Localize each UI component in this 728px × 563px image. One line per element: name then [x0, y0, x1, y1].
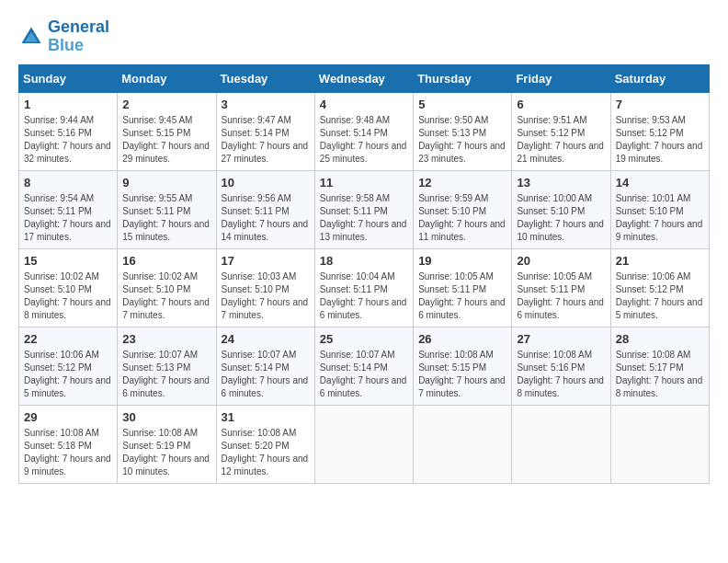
day-info: Sunrise: 10:08 AMSunset: 5:15 PMDaylight… — [418, 350, 506, 398]
day-info: Sunrise: 9:44 AMSunset: 5:16 PMDaylight:… — [24, 115, 111, 164]
calendar-cell: 13 Sunrise: 10:00 AMSunset: 5:10 PMDayli… — [512, 170, 610, 248]
calendar-cell — [512, 405, 610, 483]
logo: General Blue — [18, 18, 109, 55]
weekday-header-thursday: Thursday — [414, 64, 512, 92]
day-info: Sunrise: 10:02 AMSunset: 5:10 PMDaylight… — [24, 271, 111, 320]
weekday-header-saturday: Saturday — [610, 64, 709, 92]
calendar-cell: 11 Sunrise: 9:58 AMSunset: 5:11 PMDaylig… — [314, 170, 413, 248]
calendar-cell: 20 Sunrise: 10:05 AMSunset: 5:11 PMDayli… — [512, 248, 610, 327]
calendar-cell: 28 Sunrise: 10:08 AMSunset: 5:17 PMDayli… — [610, 327, 709, 405]
day-number: 4 — [320, 98, 408, 111]
calendar-cell: 30 Sunrise: 10:08 AMSunset: 5:19 PMDayli… — [118, 405, 216, 483]
day-number: 13 — [517, 176, 605, 190]
calendar-cell: 8 Sunrise: 9:54 AMSunset: 5:11 PMDayligh… — [19, 170, 118, 248]
day-number: 19 — [418, 254, 506, 268]
day-number: 25 — [320, 332, 408, 346]
day-info: Sunrise: 10:06 AMSunset: 5:12 PMDaylight… — [24, 350, 111, 398]
calendar-cell: 31 Sunrise: 10:08 AMSunset: 5:20 PMDayli… — [216, 405, 314, 483]
calendar-cell: 12 Sunrise: 9:59 AMSunset: 5:10 PMDaylig… — [414, 170, 512, 248]
calendar-table: SundayMondayTuesdayWednesdayThursdayFrid… — [18, 64, 710, 484]
day-info: Sunrise: 10:07 AMSunset: 5:13 PMDaylight… — [122, 350, 210, 398]
day-number: 9 — [122, 176, 210, 190]
day-number: 18 — [320, 254, 408, 268]
calendar-cell: 23 Sunrise: 10:07 AMSunset: 5:13 PMDayli… — [118, 327, 216, 405]
day-number: 2 — [122, 98, 210, 111]
day-info: Sunrise: 10:08 AMSunset: 5:20 PMDaylight… — [222, 428, 309, 477]
calendar-cell: 14 Sunrise: 10:01 AMSunset: 5:10 PMDayli… — [610, 170, 709, 248]
day-number: 12 — [418, 176, 506, 190]
calendar-cell — [414, 405, 512, 483]
day-number: 3 — [222, 98, 310, 111]
day-number: 21 — [616, 254, 704, 268]
day-number: 17 — [222, 254, 310, 268]
calendar-cell: 21 Sunrise: 10:06 AMSunset: 5:12 PMDayli… — [610, 248, 709, 327]
calendar-cell: 29 Sunrise: 10:08 AMSunset: 5:18 PMDayli… — [19, 405, 118, 483]
calendar-week-row: 8 Sunrise: 9:54 AMSunset: 5:11 PMDayligh… — [19, 170, 710, 248]
day-info: Sunrise: 10:02 AMSunset: 5:10 PMDaylight… — [122, 271, 210, 320]
day-number: 20 — [517, 254, 605, 268]
calendar-cell: 18 Sunrise: 10:04 AMSunset: 5:11 PMDayli… — [314, 248, 413, 327]
day-info: Sunrise: 10:04 AMSunset: 5:11 PMDaylight… — [320, 271, 407, 320]
day-info: Sunrise: 9:45 AMSunset: 5:15 PMDaylight:… — [122, 115, 210, 164]
day-info: Sunrise: 10:01 AMSunset: 5:10 PMDaylight… — [616, 193, 703, 242]
calendar-cell: 1 Sunrise: 9:44 AMSunset: 5:16 PMDayligh… — [19, 92, 118, 170]
calendar-cell: 10 Sunrise: 9:56 AMSunset: 5:11 PMDaylig… — [216, 170, 314, 248]
day-info: Sunrise: 9:51 AMSunset: 5:12 PMDaylight:… — [517, 115, 604, 164]
day-info: Sunrise: 10:05 AMSunset: 5:11 PMDaylight… — [517, 271, 604, 320]
day-info: Sunrise: 10:08 AMSunset: 5:16 PMDaylight… — [517, 350, 604, 398]
calendar-cell: 6 Sunrise: 9:51 AMSunset: 5:12 PMDayligh… — [512, 92, 610, 170]
weekday-header-friday: Friday — [512, 64, 610, 92]
day-number: 31 — [222, 410, 310, 424]
page-header: General Blue — [18, 18, 710, 55]
day-info: Sunrise: 10:00 AMSunset: 5:10 PMDaylight… — [517, 193, 604, 242]
calendar-cell: 22 Sunrise: 10:06 AMSunset: 5:12 PMDayli… — [19, 327, 118, 405]
day-info: Sunrise: 9:54 AMSunset: 5:11 PMDaylight:… — [24, 193, 111, 242]
day-number: 27 — [517, 332, 605, 346]
calendar-week-row: 22 Sunrise: 10:06 AMSunset: 5:12 PMDayli… — [19, 327, 710, 405]
calendar-cell: 25 Sunrise: 10:07 AMSunset: 5:14 PMDayli… — [314, 327, 413, 405]
logo-text: General Blue — [48, 18, 109, 55]
day-info: Sunrise: 9:53 AMSunset: 5:12 PMDaylight:… — [616, 115, 703, 164]
calendar-cell: 2 Sunrise: 9:45 AMSunset: 5:15 PMDayligh… — [118, 92, 216, 170]
calendar-cell: 24 Sunrise: 10:07 AMSunset: 5:14 PMDayli… — [216, 327, 314, 405]
day-info: Sunrise: 10:08 AMSunset: 5:19 PMDaylight… — [122, 428, 210, 477]
weekday-header-wednesday: Wednesday — [314, 64, 413, 92]
weekday-header-monday: Monday — [118, 64, 216, 92]
day-info: Sunrise: 9:58 AMSunset: 5:11 PMDaylight:… — [320, 193, 407, 242]
day-info: Sunrise: 10:08 AMSunset: 5:17 PMDaylight… — [616, 350, 703, 398]
day-number: 23 — [122, 332, 210, 346]
calendar-cell: 3 Sunrise: 9:47 AMSunset: 5:14 PMDayligh… — [216, 92, 314, 170]
calendar-week-row: 29 Sunrise: 10:08 AMSunset: 5:18 PMDayli… — [19, 405, 710, 483]
day-info: Sunrise: 10:05 AMSunset: 5:11 PMDaylight… — [418, 271, 506, 320]
calendar-cell: 19 Sunrise: 10:05 AMSunset: 5:11 PMDayli… — [414, 248, 512, 327]
calendar-cell: 17 Sunrise: 10:03 AMSunset: 5:10 PMDayli… — [216, 248, 314, 327]
weekday-header-tuesday: Tuesday — [216, 64, 314, 92]
calendar-cell: 9 Sunrise: 9:55 AMSunset: 5:11 PMDayligh… — [118, 170, 216, 248]
logo-icon — [18, 24, 44, 50]
day-info: Sunrise: 10:07 AMSunset: 5:14 PMDaylight… — [222, 350, 309, 398]
day-number: 14 — [616, 176, 704, 190]
calendar-cell: 7 Sunrise: 9:53 AMSunset: 5:12 PMDayligh… — [610, 92, 709, 170]
calendar-cell — [610, 405, 709, 483]
day-number: 1 — [24, 98, 112, 111]
day-number: 30 — [122, 410, 210, 424]
calendar-cell: 27 Sunrise: 10:08 AMSunset: 5:16 PMDayli… — [512, 327, 610, 405]
day-info: Sunrise: 10:06 AMSunset: 5:12 PMDaylight… — [616, 271, 703, 320]
day-number: 5 — [418, 98, 506, 111]
day-info: Sunrise: 9:50 AMSunset: 5:13 PMDaylight:… — [418, 115, 506, 164]
calendar-week-row: 15 Sunrise: 10:02 AMSunset: 5:10 PMDayli… — [19, 248, 710, 327]
day-info: Sunrise: 9:55 AMSunset: 5:11 PMDaylight:… — [122, 193, 210, 242]
day-number: 11 — [320, 176, 408, 190]
day-number: 7 — [616, 98, 704, 111]
day-number: 29 — [24, 410, 112, 424]
day-number: 22 — [24, 332, 112, 346]
day-number: 26 — [418, 332, 506, 346]
day-number: 6 — [517, 98, 605, 111]
weekday-header-row: SundayMondayTuesdayWednesdayThursdayFrid… — [19, 64, 710, 92]
calendar-cell: 16 Sunrise: 10:02 AMSunset: 5:10 PMDayli… — [118, 248, 216, 327]
calendar-cell: 26 Sunrise: 10:08 AMSunset: 5:15 PMDayli… — [414, 327, 512, 405]
calendar-week-row: 1 Sunrise: 9:44 AMSunset: 5:16 PMDayligh… — [19, 92, 710, 170]
day-info: Sunrise: 9:47 AMSunset: 5:14 PMDaylight:… — [222, 115, 309, 164]
day-info: Sunrise: 9:48 AMSunset: 5:14 PMDaylight:… — [320, 115, 407, 164]
calendar-cell: 5 Sunrise: 9:50 AMSunset: 5:13 PMDayligh… — [414, 92, 512, 170]
